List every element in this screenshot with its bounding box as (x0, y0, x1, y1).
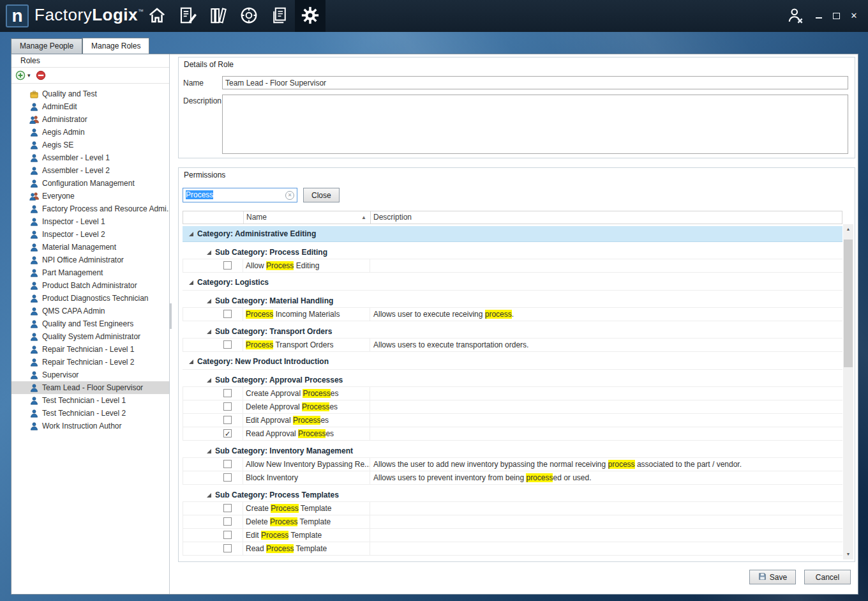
role-item[interactable]: QMS CAPA Admin (11, 305, 169, 317)
role-item[interactable]: Configuration Management (11, 177, 169, 190)
remove-role-button[interactable] (36, 70, 46, 80)
home-button[interactable] (142, 0, 172, 32)
expanded-triangle-icon[interactable] (207, 250, 211, 255)
checkbox-cell: ✓ (183, 427, 243, 440)
permission-checkbox[interactable] (223, 504, 232, 512)
close-search-button[interactable]: Close (303, 188, 340, 202)
expanded-triangle-icon[interactable] (189, 360, 193, 364)
role-item[interactable]: Quality and Test Engineers (11, 317, 169, 330)
tab-manage-roles[interactable]: Manage Roles (82, 38, 149, 54)
subcategory-row[interactable]: Sub Category: Inventory Management (183, 445, 842, 458)
role-detail-pane: Details of Role Name Description Permiss… (172, 54, 858, 594)
category-row[interactable]: Category: Logistics (183, 275, 842, 291)
clear-search-icon[interactable]: ✕ (285, 191, 294, 200)
expanded-triangle-icon[interactable] (189, 232, 193, 236)
role-name-input[interactable] (222, 76, 848, 89)
role-item[interactable]: Factory Process and Resource Admi... (11, 202, 169, 215)
subcategory-row[interactable]: Sub Category: Material Handling (183, 294, 842, 308)
permission-checkbox[interactable] (223, 517, 232, 526)
role-label: Supervisor (42, 370, 79, 379)
add-role-dropdown[interactable]: ▾ (27, 72, 34, 79)
tab-manage-people[interactable]: Manage People (11, 38, 82, 54)
role-item[interactable]: Inspector - Level 1 (11, 215, 169, 228)
roles-panel-title: Roles (11, 54, 169, 68)
role-description-input[interactable] (222, 95, 848, 154)
permission-row: Allow New Inventory Bypassing Re...Allow… (183, 458, 842, 471)
subcategory-row[interactable]: Sub Category: Process Editing (183, 246, 842, 259)
person-icon (29, 255, 39, 265)
role-item[interactable]: Inspector - Level 2 (11, 228, 169, 241)
expanded-triangle-icon[interactable] (207, 299, 211, 303)
role-item[interactable]: Quality System Administrator (11, 330, 169, 343)
permission-row: Edit Process Template (183, 529, 842, 542)
scroll-down-icon[interactable]: ▼ (843, 549, 853, 559)
expanded-triangle-icon[interactable] (207, 378, 211, 383)
role-item[interactable]: Aegis SE (11, 139, 169, 151)
expanded-triangle-icon[interactable] (189, 280, 193, 285)
permission-checkbox[interactable] (223, 531, 232, 539)
expanded-triangle-icon[interactable] (207, 493, 211, 498)
role-label: Administrator (42, 115, 87, 124)
home-icon (147, 6, 167, 27)
logoff-user-button[interactable] (786, 6, 805, 26)
role-item[interactable]: Material Management (11, 241, 169, 254)
close-button[interactable]: ✕ (849, 11, 859, 21)
settings-gear-icon (301, 6, 320, 27)
role-item[interactable]: Supervisor (11, 369, 169, 381)
permission-checkbox[interactable] (223, 416, 232, 424)
permission-checkbox[interactable] (223, 261, 232, 270)
role-item[interactable]: Repair Technician - Level 2 (11, 356, 169, 369)
role-item[interactable]: Assembler - Level 2 (11, 164, 169, 177)
permission-search-input[interactable]: Process ✕ (183, 188, 297, 202)
subcategory-row[interactable]: Sub Category: Process Templates (183, 489, 842, 502)
tab-bar: Manage People Manage Roles (11, 38, 149, 54)
data-collection-button[interactable] (172, 0, 203, 32)
person-icon (29, 230, 39, 240)
role-item[interactable]: Product Batch Administrator (11, 279, 169, 292)
header-description-column[interactable]: Description (371, 211, 842, 224)
role-item[interactable]: Test Technician - Level 2 (11, 407, 169, 420)
documents-button[interactable] (264, 0, 295, 32)
role-item[interactable]: Everyone (11, 190, 169, 202)
permission-checkbox[interactable] (223, 310, 232, 318)
subcategory-row[interactable]: Sub Category: Approval Processes (183, 374, 842, 387)
scrollbar-thumb[interactable] (844, 240, 853, 367)
role-item[interactable]: Administrator (11, 113, 169, 126)
scroll-up-icon[interactable]: ▲ (843, 224, 853, 234)
add-role-button[interactable] (15, 70, 26, 80)
sort-ascending-icon: ▲ (361, 211, 366, 224)
cancel-button[interactable]: Cancel (804, 570, 851, 584)
role-item[interactable]: Assembler - Level 1 (11, 151, 169, 164)
save-button[interactable]: Save (749, 570, 796, 584)
role-item[interactable]: Aegis Admin (11, 126, 169, 139)
permission-checkbox[interactable] (223, 402, 232, 411)
category-row[interactable]: Category: Administrative Editing (183, 226, 842, 242)
permission-checkbox[interactable]: ✓ (223, 429, 232, 437)
library-button[interactable] (203, 0, 234, 32)
minimize-button[interactable] (814, 11, 824, 21)
group-label: Category: New Product Introduction (197, 357, 329, 366)
role-item[interactable]: Product Diagnostics Technician (11, 292, 169, 305)
permission-checkbox[interactable] (223, 460, 232, 468)
permission-checkbox[interactable] (223, 473, 232, 482)
expanded-triangle-icon[interactable] (207, 449, 211, 453)
navigation-button[interactable] (234, 0, 264, 32)
subcategory-row[interactable]: Sub Category: Transport Orders (183, 325, 842, 339)
role-item[interactable]: NPI Office Administrator (11, 254, 169, 266)
role-item[interactable]: Quality and Test (11, 87, 169, 100)
role-item[interactable]: Work Instruction Author (11, 420, 169, 432)
vertical-scrollbar[interactable]: ▲ ▼ (843, 224, 853, 559)
permission-checkbox[interactable] (223, 389, 232, 397)
expanded-triangle-icon[interactable] (207, 330, 211, 334)
role-item[interactable]: Team Lead - Floor Supervisor (11, 381, 169, 394)
role-item[interactable]: AdminEdit (11, 100, 169, 113)
role-item[interactable]: Repair Technician - Level 1 (11, 343, 169, 356)
header-name-column[interactable]: Name▲ (243, 211, 371, 224)
settings-button[interactable] (295, 0, 326, 32)
maximize-button[interactable] (833, 13, 840, 19)
permission-checkbox[interactable] (223, 544, 232, 552)
role-item[interactable]: Test Technician - Level 1 (11, 394, 169, 407)
permission-checkbox[interactable] (223, 340, 232, 349)
category-row[interactable]: Category: New Product Introduction (183, 354, 842, 370)
role-item[interactable]: Part Management (11, 266, 169, 279)
